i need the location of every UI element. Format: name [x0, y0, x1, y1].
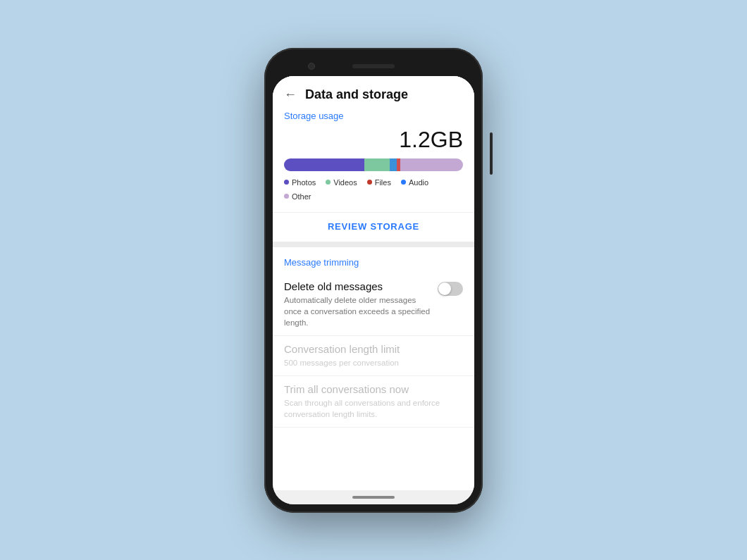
trim-all-subtitle: Scan through all conversations and enfor…	[284, 397, 456, 420]
speaker-grill	[352, 64, 395, 68]
conversation-length-row: Conversation length limit 500 messages p…	[273, 336, 474, 376]
phone-screen: ← Data and storage Storage usage 1.2GB	[273, 76, 474, 504]
legend-label-audio: Audio	[409, 178, 428, 187]
delete-old-messages-title: Delete old messages	[284, 280, 431, 292]
trim-all-title: Trim all conversations now	[284, 383, 456, 395]
section-divider	[273, 242, 474, 247]
power-button	[490, 132, 493, 175]
legend-label-videos: Videos	[333, 178, 357, 187]
delete-old-messages-text: Delete old messages Automatically delete…	[284, 280, 438, 328]
delete-old-toggle[interactable]	[438, 282, 463, 296]
storage-total-size: 1.2GB	[284, 127, 463, 153]
header-section: ← Data and storage Storage usage 1.2GB	[273, 76, 474, 242]
page-title: Data and storage	[305, 87, 408, 102]
legend-files: Files	[367, 178, 391, 187]
legend-label-files: Files	[375, 178, 391, 187]
conversation-length-title: Conversation length limit	[284, 343, 456, 355]
bar-photos	[284, 158, 364, 171]
legend-dot-audio	[401, 180, 406, 185]
conversation-length-text: Conversation length limit 500 messages p…	[284, 343, 463, 368]
storage-bar	[284, 158, 463, 171]
message-trimming-header: Message trimming	[273, 247, 474, 273]
storage-legend: Photos Videos Files Audio	[284, 178, 463, 201]
storage-section-label: Storage usage	[284, 111, 463, 121]
storage-section: Storage usage 1.2GB Photos	[273, 111, 474, 212]
legend-dot-photos	[284, 180, 289, 185]
legend-dot-other	[284, 194, 289, 199]
message-trimming-section: Message trimming Delete old messages Aut…	[273, 247, 474, 490]
legend-photos: Photos	[284, 178, 316, 187]
legend-videos: Videos	[326, 178, 357, 187]
legend-label-photos: Photos	[292, 178, 316, 187]
phone-bottom-bar	[273, 490, 474, 504]
toggle-thumb	[438, 282, 451, 295]
page-header: ← Data and storage	[273, 76, 474, 111]
camera-dot	[308, 63, 315, 70]
delete-old-messages-subtitle: Automatically delete older messages once…	[284, 294, 431, 328]
delete-old-messages-row[interactable]: Delete old messages Automatically delete…	[273, 273, 474, 336]
back-button[interactable]: ←	[284, 88, 297, 101]
legend-label-other: Other	[292, 192, 311, 201]
trim-all-conversations-row: Trim all conversations now Scan through …	[273, 376, 474, 428]
bar-videos	[364, 158, 390, 171]
screen-content: ← Data and storage Storage usage 1.2GB	[273, 76, 474, 490]
legend-dot-videos	[326, 180, 331, 185]
legend-audio: Audio	[401, 178, 428, 187]
bar-other	[400, 158, 463, 171]
phone-top-bar	[273, 56, 474, 76]
review-storage-button[interactable]: REVIEW STORAGE	[273, 212, 474, 242]
bar-files	[390, 158, 397, 171]
phone-device: ← Data and storage Storage usage 1.2GB	[264, 48, 483, 513]
trim-all-text: Trim all conversations now Scan through …	[284, 383, 463, 420]
home-indicator[interactable]	[352, 496, 395, 499]
legend-other: Other	[284, 192, 311, 201]
conversation-length-subtitle: 500 messages per conversation	[284, 357, 456, 368]
legend-dot-files	[367, 180, 372, 185]
